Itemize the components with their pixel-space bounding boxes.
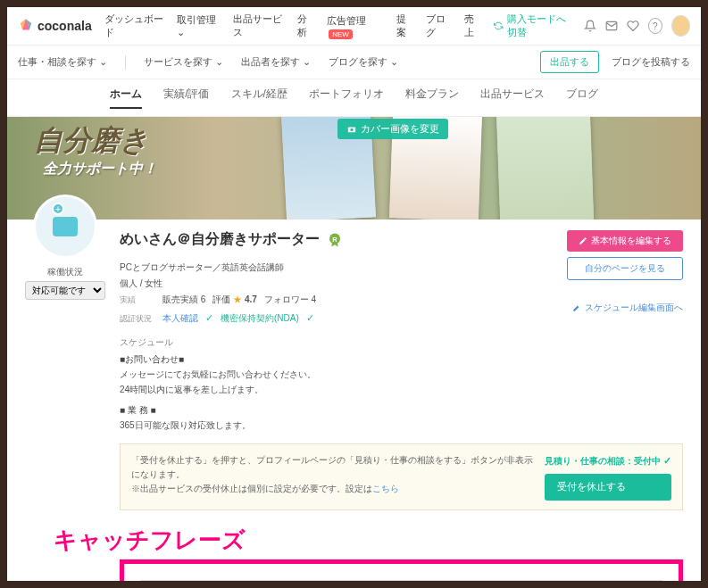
plus-icon: + (52, 203, 64, 215)
nav-sales[interactable]: 売上 (464, 12, 481, 39)
notice-text: 「受付を休止する」を押すと、プロフィールページの「見積り・仕事の相談をする」ボタ… (131, 453, 534, 482)
brand-name: coconala (37, 19, 92, 33)
new-badge: NEW (329, 29, 353, 39)
nav-blog[interactable]: ブログ (426, 12, 452, 39)
profile-name: めいさん＠自分磨きサポーター R (120, 230, 553, 249)
change-cover-button[interactable]: カバー画像を変更 (337, 119, 448, 139)
accept-status: 見積り・仕事の相談：受付中 ✓ (545, 453, 671, 469)
mode-switch[interactable]: 購入モードへ切替 (494, 12, 575, 39)
secondary-nav: 仕事・相談を探す ⌄ サービスを探す ⌄ 出品者を探す ⌄ ブログを探す ⌄ 出… (7, 46, 701, 79)
sales-stat: 販売実績 6 (162, 292, 205, 308)
nav2-blog[interactable]: ブログを探す ⌄ (329, 55, 398, 69)
annotation-label: キャッチフレーズ (7, 510, 701, 559)
notice-box: 「受付を休止する」を押すと、プロフィールページの「見積り・仕事の相談をする」ボタ… (120, 443, 683, 510)
catchphrase-highlight: ブログで自分磨き！英語舌育成で自分磨き！全力でお手伝い中 28 / 50 (120, 559, 683, 581)
view-page-button[interactable]: 自分のページを見る (567, 257, 683, 280)
nav-analytics[interactable]: 分析 (297, 12, 314, 39)
user-avatar[interactable] (671, 15, 690, 37)
nav-trade[interactable]: 取引管理 ⌄ (177, 13, 221, 38)
heart-icon[interactable] (627, 19, 639, 33)
verify-label: 認証状況 (120, 311, 155, 326)
cover-title: 自分磨き (34, 121, 149, 161)
tab-pricing[interactable]: 料金プラン (405, 87, 459, 109)
nda-link[interactable]: 機密保持契約(NDA) (221, 311, 299, 327)
nav-ads[interactable]: 広告管理NEW (327, 14, 384, 38)
camera-icon (53, 217, 78, 236)
catchphrase-input[interactable]: ブログで自分磨き！英語舌育成で自分磨き！全力でお手伝い中 (140, 580, 662, 581)
nav2-service[interactable]: サービスを探す ⌄ (144, 55, 223, 69)
cover-photo (496, 117, 594, 219)
stop-accepting-button[interactable]: 受付を休止する (545, 474, 671, 501)
profile-section: + 稼働状況 対応可能です めいさん＠自分磨きサポーター R PCとブログサポー… (7, 219, 701, 329)
contact-text: 24時間以内に返事を差し上げます。 (120, 382, 683, 397)
divider (125, 55, 126, 70)
profile-desc: PCとブログサポーター／英語英会話講師 (120, 260, 553, 276)
rating-stat: 評価 ★ 4.7 (212, 292, 256, 308)
schedule-section: スケジュール ■お問い合わせ■ メッセージにてお気軽にお問い合わせください。 2… (7, 335, 701, 433)
edit-icon (572, 303, 581, 312)
verified-link[interactable]: 本人確認 (162, 311, 198, 327)
refresh-icon (494, 21, 503, 31)
post-blog-link[interactable]: ブログを投稿する (612, 55, 690, 69)
schedule-label: スケジュール (120, 335, 683, 350)
tab-portfolio[interactable]: ポートフォリオ (309, 87, 384, 109)
work-text: 365日可能な限り対応致します。 (120, 418, 683, 433)
nav-dashboard[interactable]: ダッシュボード (104, 12, 164, 39)
check-icon: ✓ (663, 455, 671, 466)
notice-text: ※出品サービスの受付休止は個別に設定が必要です。設定はこちら (131, 482, 534, 496)
contact-title: ■お問い合わせ■ (120, 352, 683, 367)
tab-services[interactable]: 出品サービス (480, 87, 545, 109)
status-select[interactable]: 対応可能です (25, 281, 105, 300)
tab-home[interactable]: ホーム (110, 87, 142, 109)
stats-label: 実績 (120, 293, 155, 307)
rank-badge-icon: R (327, 232, 343, 248)
cover-subtitle: 全力サポート中！ (43, 160, 157, 178)
status-label: 稼働状況 (25, 266, 105, 278)
schedule-link[interactable]: スケジュール編集画面へ (567, 302, 683, 314)
bell-icon[interactable] (584, 19, 596, 33)
nav-proposal[interactable]: 提案 (396, 12, 413, 39)
logo-icon (18, 18, 34, 34)
contact-text: メッセージにてお気軽にお問い合わせください。 (120, 367, 683, 382)
profile-avatar[interactable]: + (33, 195, 97, 259)
nav2-work[interactable]: 仕事・相談を探す ⌄ (18, 55, 107, 69)
check-icon: ✓ (205, 310, 213, 327)
publish-button[interactable]: 出品する (540, 51, 599, 73)
nav-listing[interactable]: 出品サービス (233, 12, 285, 39)
help-icon[interactable]: ? (648, 18, 662, 34)
follower-stat: フォロワー 4 (264, 292, 316, 308)
nav2-seller[interactable]: 出品者を探す ⌄ (241, 55, 311, 69)
svg-text:R: R (332, 235, 337, 243)
profile-type: 個人 / 女性 (120, 276, 553, 292)
mail-icon[interactable] (605, 19, 618, 33)
header: coconala ダッシュボード 取引管理 ⌄ 出品サービス 分析 広告管理NE… (7, 7, 701, 46)
camera-icon (346, 125, 357, 134)
profile-tabs: ホーム 実績/評価 スキル/経歴 ポートフォリオ 料金プラン 出品サービス ブロ… (7, 79, 701, 117)
notice-link[interactable]: こちら (372, 484, 399, 493)
check-icon: ✓ (306, 310, 314, 327)
edit-profile-button[interactable]: 基本情報を編集する (567, 230, 683, 252)
header-nav: ダッシュボード 取引管理 ⌄ 出品サービス 分析 広告管理NEW 提案 ブログ … (104, 12, 481, 39)
tab-review[interactable]: 実績/評価 (163, 87, 209, 109)
svg-point-2 (350, 128, 353, 130)
pencil-icon (579, 236, 587, 245)
star-icon: ★ (233, 294, 242, 304)
cover-image: 自分磨き 全力サポート中！ カバー画像を変更 (7, 117, 701, 219)
tab-skill[interactable]: スキル/経歴 (231, 87, 287, 109)
work-title: ■ 業 務 ■ (120, 402, 683, 418)
logo[interactable]: coconala (18, 18, 92, 34)
tab-blog[interactable]: ブログ (566, 87, 598, 109)
